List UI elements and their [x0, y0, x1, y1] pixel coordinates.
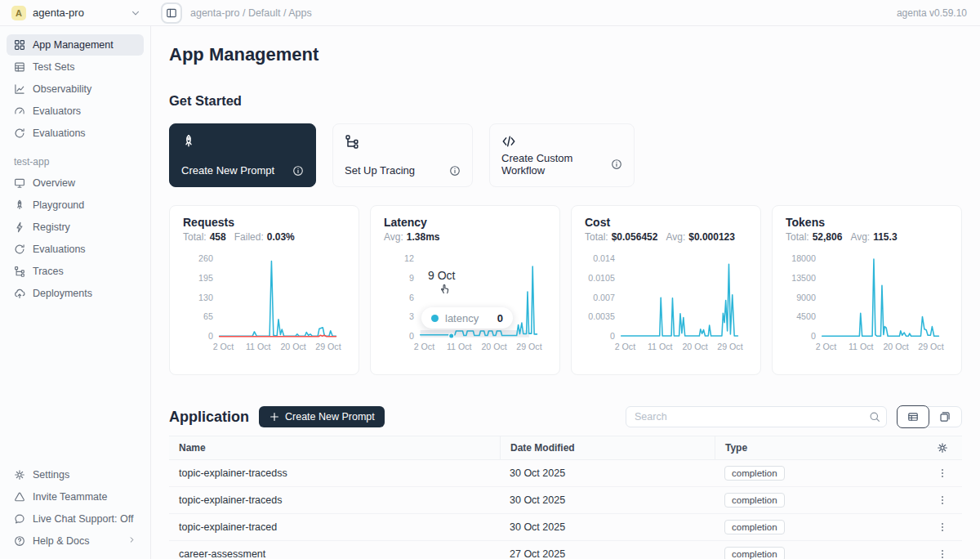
- sidebar-item-invite-teammate[interactable]: Invite Teammate: [7, 486, 144, 508]
- sidebar-item-registry[interactable]: Registry: [7, 217, 144, 238]
- breadcrumb[interactable]: agenta-pro / Default / Apps: [190, 7, 312, 19]
- stat-card-title: Tokens: [786, 216, 948, 229]
- workspace-switcher[interactable]: A agenta-pro: [0, 6, 151, 20]
- svg-text:2 Oct: 2 Oct: [816, 342, 837, 351]
- svg-text:20 Oct: 20 Oct: [883, 342, 908, 351]
- sidebar-item-test-sets[interactable]: Test Sets: [7, 56, 144, 78]
- rocket-icon: [14, 199, 25, 211]
- column-header-type[interactable]: Type: [715, 436, 923, 459]
- info-icon: [449, 165, 461, 177]
- sidebar-item-evaluations[interactable]: Evaluations: [7, 239, 144, 260]
- gear-icon: [14, 469, 25, 481]
- svg-text:20 Oct: 20 Oct: [481, 342, 506, 351]
- app-name: career-assessment: [169, 548, 500, 559]
- create-new-prompt-button[interactable]: Create New Prompt: [259, 406, 385, 427]
- stat-card-requests: Requests Total:458Failed:0.03% 065130195…: [169, 205, 359, 375]
- stat-card-metrics: Total:52,806Avg:115.3: [786, 231, 948, 243]
- app-date-modified: 30 Oct 2025: [500, 467, 715, 479]
- column-header-name[interactable]: Name: [169, 442, 500, 454]
- search-box: [626, 406, 887, 427]
- applications-table: Name Date Modified Type topic-explainer-…: [169, 436, 962, 559]
- svg-text:0: 0: [811, 331, 816, 341]
- view-toggle: [897, 406, 962, 427]
- sidebar-item-overview[interactable]: Overview: [7, 172, 144, 194]
- svg-text:12: 12: [404, 253, 414, 263]
- table-row[interactable]: career-assessment 27 Oct 2025 completion: [169, 541, 962, 559]
- app-date-modified: 30 Oct 2025: [500, 494, 715, 506]
- type-badge: completion: [724, 493, 785, 508]
- chevron-down-icon: [130, 7, 141, 19]
- svg-text:0.0105: 0.0105: [588, 273, 615, 283]
- search-input[interactable]: [626, 406, 887, 427]
- line-chart: 0651301952602 Oct11 Oct20 Oct29 Oct: [183, 248, 345, 357]
- svg-text:29 Oct: 29 Oct: [315, 342, 341, 351]
- svg-text:2 Oct: 2 Oct: [414, 342, 435, 351]
- sidebar-section-label: test-app: [14, 156, 144, 168]
- application-heading: Application: [169, 409, 249, 426]
- sidebar: App Management Test Sets Observability E…: [0, 26, 151, 559]
- get-started-card-create-new-prompt[interactable]: Create New Prompt: [169, 123, 316, 187]
- chat-icon: [14, 513, 25, 525]
- card-view-icon[interactable]: [929, 406, 961, 427]
- svg-text:11 Oct: 11 Oct: [447, 342, 472, 351]
- sidebar-item-traces[interactable]: Traces: [7, 261, 144, 282]
- get-started-card-set-up-tracing[interactable]: Set Up Tracing: [332, 123, 473, 187]
- sidebar-item-evaluators[interactable]: Evaluators: [7, 101, 144, 122]
- dots-vertical-icon[interactable]: [937, 467, 948, 479]
- table-row[interactable]: topic-explainer-traceds 30 Oct 2025 comp…: [169, 487, 962, 514]
- svg-text:195: 195: [198, 273, 213, 283]
- svg-text:11 Oct: 11 Oct: [246, 342, 271, 351]
- bolt-icon: [14, 221, 25, 233]
- dots-vertical-icon[interactable]: [937, 548, 948, 559]
- help-icon: [14, 535, 25, 547]
- appstore-icon: [14, 39, 25, 51]
- sidebar-item-settings[interactable]: Settings: [7, 464, 144, 485]
- table-view-icon[interactable]: [897, 405, 929, 428]
- column-header-date-modified[interactable]: Date Modified: [500, 436, 715, 459]
- svg-text:20 Oct: 20 Oct: [280, 342, 305, 351]
- svg-text:260: 260: [198, 253, 213, 263]
- svg-text:18000: 18000: [791, 253, 816, 263]
- get-started-card-create-custom-workflow[interactable]: Create Custom Workflow: [489, 123, 635, 187]
- stat-card-title: Latency: [384, 216, 546, 229]
- sidebar-item-app-management[interactable]: App Management: [7, 34, 144, 56]
- app-name: topic-explainer-traceds: [169, 494, 500, 506]
- monitor-icon: [14, 177, 25, 189]
- panel-icon[interactable]: [161, 2, 182, 24]
- sidebar-item-help-docs[interactable]: Help & Docs: [7, 530, 144, 552]
- workspace-name: agenta-pro: [33, 7, 84, 19]
- svg-text:11 Oct: 11 Oct: [849, 342, 874, 351]
- svg-text:0: 0: [208, 331, 213, 341]
- app-version: agenta v0.59.10: [897, 7, 980, 19]
- branch-icon: [14, 266, 25, 277]
- stat-card-metrics: Avg:1.38ms: [384, 231, 546, 243]
- app-date-modified: 27 Oct 2025: [500, 548, 715, 559]
- type-badge: completion: [724, 520, 785, 534]
- workspace-avatar: A: [11, 6, 26, 20]
- sidebar-item-live-chat-support-off[interactable]: Live Chat Support: Off: [7, 508, 144, 530]
- svg-text:2 Oct: 2 Oct: [213, 342, 234, 351]
- info-icon: [611, 159, 622, 170]
- svg-text:0: 0: [610, 331, 615, 341]
- sync-icon: [14, 244, 25, 255]
- table-row[interactable]: topic-explainer-tracedss 30 Oct 2025 com…: [169, 460, 962, 487]
- gear-icon[interactable]: [937, 442, 948, 454]
- gauge-icon: [14, 105, 25, 117]
- stat-card-cost: Cost Total:$0.056452Avg:$0.000123 00.003…: [571, 205, 761, 375]
- sidebar-item-playground[interactable]: Playground: [7, 195, 144, 216]
- table-row[interactable]: topic-explainer-traced 30 Oct 2025 compl…: [169, 514, 962, 541]
- dots-vertical-icon[interactable]: [937, 521, 948, 533]
- type-badge: completion: [724, 466, 785, 481]
- svg-text:4500: 4500: [796, 311, 816, 321]
- sidebar-item-observability[interactable]: Observability: [7, 78, 144, 100]
- cloud-upload-icon: [14, 288, 25, 299]
- dots-vertical-icon[interactable]: [937, 494, 948, 506]
- svg-text:2 Oct: 2 Oct: [615, 342, 636, 351]
- svg-text:13500: 13500: [791, 273, 816, 283]
- app-name: topic-explainer-traced: [169, 521, 500, 533]
- svg-text:65: 65: [203, 311, 213, 321]
- sidebar-item-evaluations[interactable]: Evaluations: [7, 123, 144, 144]
- sidebar-item-deployments[interactable]: Deployments: [7, 283, 144, 304]
- svg-text:0: 0: [409, 331, 414, 341]
- info-icon: [292, 165, 304, 177]
